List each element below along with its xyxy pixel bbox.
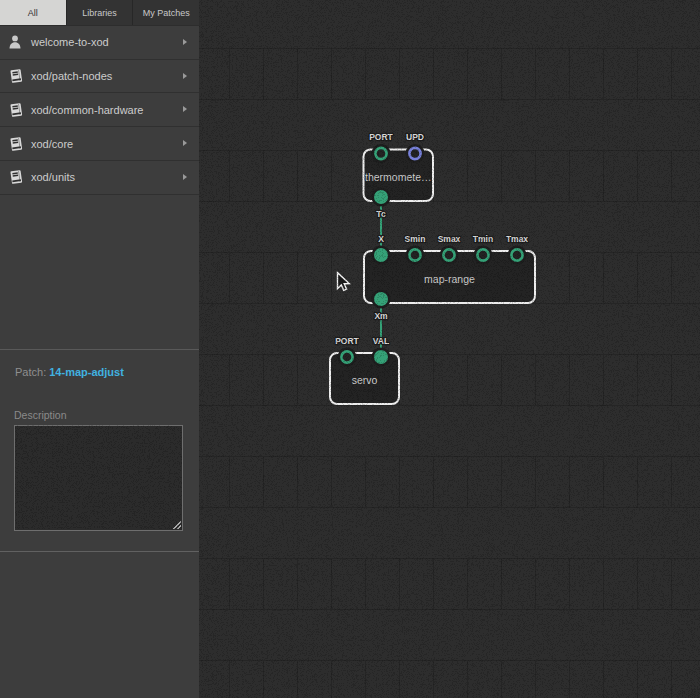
svg-text:PORT: PORT [369, 132, 393, 142]
svg-text:UPD: UPD [406, 132, 424, 142]
svg-text:PORT: PORT [335, 336, 359, 346]
svg-text:Smax: Smax [438, 234, 461, 244]
svg-text:thermomete…: thermomete… [365, 171, 432, 183]
svg-text:X: X [378, 234, 384, 244]
svg-text:Xm: Xm [374, 311, 388, 321]
svg-text:Tmin: Tmin [473, 234, 493, 244]
svg-text:VAL: VAL [373, 336, 389, 346]
svg-text:servo: servo [352, 374, 378, 386]
svg-text:Tmax: Tmax [506, 234, 528, 244]
svg-text:Smin: Smin [405, 234, 426, 244]
svg-text:Tc: Tc [376, 209, 386, 219]
svg-text:map-range: map-range [424, 273, 475, 285]
